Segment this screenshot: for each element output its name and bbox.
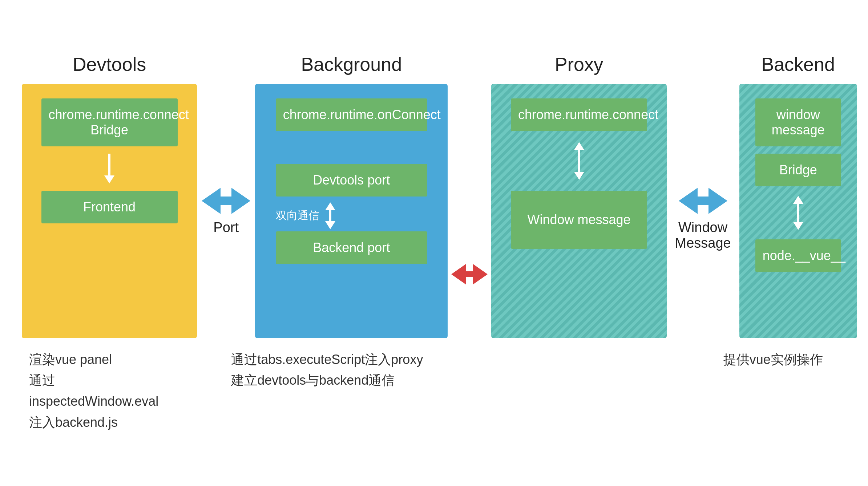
backend-panel: window message Bridge node.__vue__ xyxy=(739,84,857,338)
window-message-label: Window Message xyxy=(675,220,731,251)
proxy-column: Proxy chrome.runtime.connect Window mess… xyxy=(491,53,666,338)
frontend-box: Frontend xyxy=(41,191,178,223)
red-arrow-spacer xyxy=(470,349,513,433)
port-arrow-wrapper: Port xyxy=(197,188,255,235)
devtools-panel: chrome.runtime.connect Bridge Frontend xyxy=(22,84,197,338)
arrow-shaft-backend xyxy=(797,204,799,222)
red-arrow-wrapper xyxy=(448,264,491,284)
devtools-port-box: Devtools port xyxy=(276,164,427,197)
arrow-shaft xyxy=(221,197,231,205)
chrome-runtime-onconnect-box: chrome.runtime.onConnect xyxy=(276,98,427,131)
headers-row: Devtools chrome.runtime.connect Bridge F… xyxy=(22,53,846,338)
background-panel: chrome.runtime.onConnect Devtools port 双… xyxy=(255,84,448,338)
arrow-head-down-backend xyxy=(793,222,803,230)
port-section: Devtools port 双向通信 Backend port xyxy=(276,164,427,264)
wm-arrow-spacer xyxy=(643,349,716,433)
arrow-head-up xyxy=(325,202,335,210)
chrome-runtime-connect-devtools-box: chrome.runtime.connect Bridge xyxy=(41,98,178,146)
proxy-header: Proxy xyxy=(555,53,603,75)
arrow-head-down-proxy xyxy=(574,172,584,180)
arrow-head-left-wm xyxy=(679,188,698,214)
window-message-box: Window message xyxy=(511,191,647,249)
arrow-head-up-backend xyxy=(793,196,803,204)
arrow-shaft xyxy=(108,154,110,175)
window-message-arrow-wrapper: Window Message xyxy=(667,188,739,251)
port-arrow xyxy=(202,188,250,214)
red-arrow xyxy=(451,264,488,284)
node-vue-box: node.__vue__ xyxy=(755,239,841,272)
arrow-head-left xyxy=(202,188,221,214)
diagram-container: Devtools chrome.runtime.connect Bridge F… xyxy=(22,53,846,433)
arrow-shaft xyxy=(329,210,331,221)
devtools-notes: 渲染vue panel 通过inspectedWindow.eval 注入bac… xyxy=(22,349,166,433)
red-arrow-head-left xyxy=(451,264,466,284)
backend-double-arrow xyxy=(793,196,803,230)
proxy-panel: chrome.runtime.connect Window message xyxy=(491,84,666,338)
bidir-section: 双向通信 xyxy=(276,202,427,229)
arrow-head-down xyxy=(104,175,114,183)
bidir-label: 双向通信 xyxy=(276,208,319,223)
arrow-head-right xyxy=(231,188,250,214)
arrow-head-down xyxy=(325,221,335,229)
background-notes: 通过tabs.executeScript注入proxy 建立devtools与b… xyxy=(224,349,469,433)
red-arrow-shaft xyxy=(466,271,473,277)
port-label: Port xyxy=(213,220,239,235)
proxy-notes xyxy=(513,349,643,433)
bidir-arrows xyxy=(325,202,335,229)
red-arrow-head-right xyxy=(473,264,488,284)
backend-port-box: Backend port xyxy=(276,231,427,264)
chrome-runtime-connect-proxy-box: chrome.runtime.connect xyxy=(511,98,647,131)
window-message-arrow xyxy=(679,188,727,214)
port-arrow-spacer xyxy=(166,349,224,433)
arrow-head-up-proxy xyxy=(574,142,584,150)
proxy-double-arrow xyxy=(574,142,584,180)
bottom-notes: 渲染vue panel 通过inspectedWindow.eval 注入bac… xyxy=(22,349,846,433)
arrow-shaft-wm xyxy=(698,197,708,205)
arrow-shaft-proxy xyxy=(578,150,580,172)
devtools-column: Devtools chrome.runtime.connect Bridge F… xyxy=(22,53,197,338)
arrow-head-right-wm xyxy=(708,188,727,214)
backend-notes: 提供vue实例操作 xyxy=(716,349,846,433)
window-message-backend-box: window message xyxy=(755,98,841,146)
bridge-backend-box: Bridge xyxy=(755,154,841,186)
devtools-header: Devtools xyxy=(73,53,146,75)
arrow-down-devtools xyxy=(104,154,114,183)
background-column: Background chrome.runtime.onConnect Devt… xyxy=(255,53,448,338)
background-header: Background xyxy=(301,53,402,75)
backend-header: Backend xyxy=(762,53,835,75)
backend-column: Backend window message Bridge node.__vue… xyxy=(739,53,857,338)
